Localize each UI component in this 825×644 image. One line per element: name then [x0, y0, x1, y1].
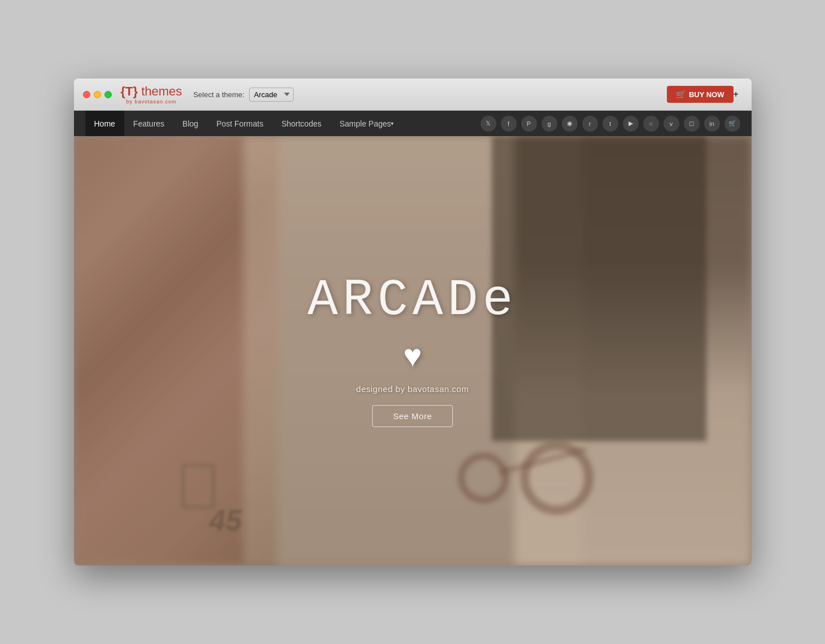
- instagram-icon[interactable]: ◻: [684, 116, 700, 132]
- hero-title: ARCADe: [307, 275, 517, 326]
- linkedin-icon[interactable]: in: [704, 116, 720, 132]
- nav-bar: Home Features Blog Post Formats Shortcod…: [74, 111, 752, 136]
- traffic-lights: [83, 91, 112, 98]
- dribbble-icon[interactable]: ◉: [562, 116, 578, 132]
- nav-items: Home Features Blog Post Formats Shortcod…: [85, 111, 481, 136]
- logo-bracket-open: {: [121, 84, 126, 98]
- nav-item-home[interactable]: Home: [85, 111, 124, 136]
- close-button[interactable]: [83, 91, 90, 98]
- nav-item-post-formats[interactable]: Post Formats: [207, 111, 272, 136]
- logo-text: {T} themes: [121, 84, 182, 99]
- logo-name: themes: [141, 84, 182, 98]
- logo-subtitle: by bavotasan.com: [126, 99, 176, 105]
- flickr-icon[interactable]: ○: [643, 116, 659, 132]
- vimeo-icon[interactable]: v: [664, 116, 679, 132]
- google-plus-icon[interactable]: g: [542, 116, 557, 132]
- see-more-button[interactable]: See More: [372, 405, 453, 427]
- social-icons: 𝕏 f P g ◉ r t ▶ ○ v ◻ in 🛒: [481, 116, 740, 132]
- tumblr-icon[interactable]: t: [603, 116, 618, 132]
- cart-icon: 🛒: [676, 90, 686, 99]
- theme-dropdown[interactable]: ArcadeClassicModernMinimal: [249, 88, 294, 102]
- twitter-icon[interactable]: 𝕏: [481, 116, 496, 132]
- buy-button-label: BUY NOW: [689, 90, 724, 99]
- heart-icon: ♥: [403, 337, 422, 374]
- youtube-icon[interactable]: ▶: [623, 116, 639, 132]
- nav-item-shortcodes[interactable]: Shortcodes: [272, 111, 330, 136]
- buy-now-button[interactable]: 🛒 BUY NOW: [667, 86, 734, 103]
- hero-tagline: designed by bavotasan.com: [356, 384, 469, 394]
- theme-selector-label: Select a theme:: [193, 90, 244, 99]
- minimize-button[interactable]: [94, 91, 101, 98]
- hero-section: 45 ARCADe ♥ designed by bavotasan.com Se…: [74, 136, 752, 565]
- maximize-button[interactable]: [104, 91, 112, 98]
- browser-chrome: {T} themes by bavotasan.com Select a the…: [74, 79, 752, 111]
- nav-item-sample-pages[interactable]: Sample Pages: [330, 111, 403, 136]
- nav-item-blog[interactable]: Blog: [173, 111, 207, 136]
- window-expand-button[interactable]: +: [734, 89, 743, 99]
- nav-item-features[interactable]: Features: [124, 111, 173, 136]
- theme-selector: Select a theme: ArcadeClassicModernMinim…: [193, 88, 293, 102]
- pinterest-icon[interactable]: P: [521, 116, 537, 132]
- store-icon[interactable]: 🛒: [724, 116, 740, 132]
- facebook-icon[interactable]: f: [501, 116, 517, 132]
- reddit-icon[interactable]: r: [582, 116, 598, 132]
- logo-t: T: [125, 84, 133, 98]
- logo-bracket-close: }: [133, 84, 138, 98]
- hero-content: ARCADe ♥ designed by bavotasan.com See M…: [74, 136, 752, 565]
- site-logo: {T} themes by bavotasan.com: [121, 84, 182, 105]
- browser-window: {T} themes by bavotasan.com Select a the…: [74, 79, 752, 565]
- browser-toolbar: {T} themes by bavotasan.com Select a the…: [121, 84, 734, 105]
